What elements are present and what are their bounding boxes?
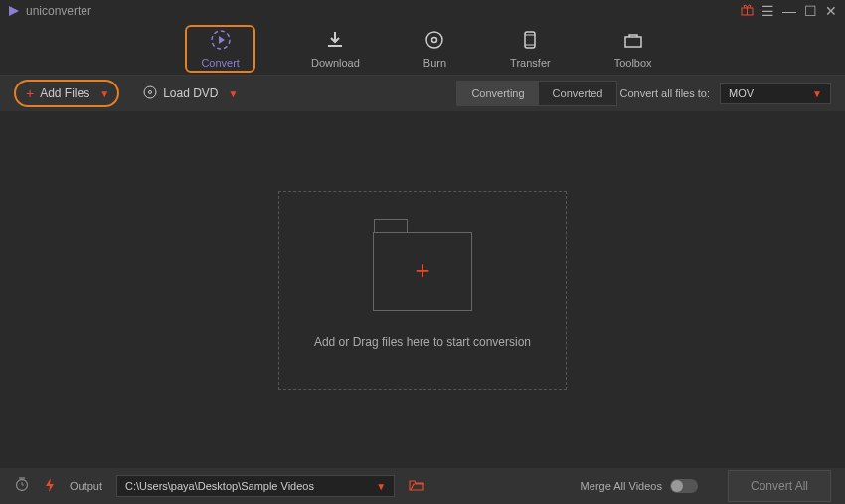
tab-label: Convert — [201, 57, 240, 69]
main-area: + Add or Drag files here to start conver… — [0, 111, 845, 468]
menu-icon[interactable]: ☰ — [761, 3, 774, 19]
burn-icon — [423, 29, 445, 51]
titlebar-controls: ☰ ― ☐ ✕ — [741, 3, 837, 19]
tab-label: Transfer — [510, 57, 551, 69]
load-dvd-label: Load DVD — [163, 86, 218, 100]
toolbox-icon — [622, 29, 644, 51]
clock-icon[interactable] — [14, 476, 30, 496]
tab-label: Burn — [423, 57, 446, 69]
app-logo-icon — [8, 5, 20, 17]
disc-icon — [143, 85, 157, 102]
load-dvd-button[interactable]: Load DVD ▼ — [143, 85, 238, 102]
svg-marker-4 — [219, 36, 225, 44]
merge-toggle[interactable] — [670, 479, 698, 493]
segment-converting[interactable]: Converting — [457, 82, 538, 105]
chevron-down-icon: ▼ — [99, 88, 109, 99]
svg-point-5 — [426, 32, 442, 48]
svg-rect-10 — [625, 37, 641, 47]
svg-marker-17 — [46, 478, 54, 492]
gift-icon[interactable] — [741, 3, 754, 19]
conversion-segments: Converting Converted — [456, 81, 617, 106]
add-files-button[interactable]: + Add Files ▼ — [14, 80, 119, 107]
folder-icon: + — [373, 232, 472, 311]
open-folder-icon[interactable] — [409, 478, 424, 495]
bottombar: Output C:\Users\paya\Desktop\Sample Vide… — [0, 468, 845, 504]
titlebar-left: uniconverter — [8, 4, 91, 18]
drop-text: Add or Drag files here to start conversi… — [314, 335, 531, 349]
svg-point-12 — [149, 90, 152, 93]
drop-zone[interactable]: + Add or Drag files here to start conver… — [278, 191, 567, 390]
app-title: uniconverter — [26, 4, 91, 18]
chevron-down-icon: ▼ — [812, 88, 822, 99]
tab-burn[interactable]: Burn — [416, 25, 454, 73]
plus-icon: + — [26, 85, 34, 101]
maximize-button[interactable]: ☐ — [804, 3, 817, 19]
tab-label: Toolbox — [614, 57, 652, 69]
output-label: Output — [70, 480, 102, 492]
output-path-select[interactable]: C:\Users\paya\Desktop\Sample Videos ▼ — [116, 475, 395, 497]
format-value: MOV — [729, 87, 754, 99]
tab-toolbox[interactable]: Toolbox — [606, 25, 660, 73]
toolbar: + Add Files ▼ Load DVD ▼ Converting Conv… — [0, 76, 845, 111]
nav-tabs: Convert Download Burn Transfer Toolbox — [0, 22, 845, 76]
add-files-label: Add Files — [40, 86, 89, 100]
chevron-down-icon: ▼ — [229, 88, 239, 99]
merge-videos: Merge All Videos — [581, 479, 698, 493]
convert-all-button[interactable]: Convert All — [728, 470, 831, 502]
tab-convert[interactable]: Convert — [185, 25, 255, 73]
bolt-icon[interactable] — [44, 477, 56, 496]
titlebar: uniconverter ☰ ― ☐ ✕ — [0, 0, 845, 22]
minimize-button[interactable]: ― — [782, 3, 796, 19]
segment-converted[interactable]: Converted — [539, 82, 617, 105]
svg-point-11 — [144, 86, 156, 98]
merge-label: Merge All Videos — [581, 480, 662, 492]
chevron-down-icon: ▼ — [376, 481, 386, 492]
svg-rect-7 — [525, 32, 535, 48]
close-button[interactable]: ✕ — [825, 3, 837, 19]
svg-point-6 — [432, 37, 437, 42]
tab-download[interactable]: Download — [303, 25, 368, 73]
convert-icon — [210, 29, 232, 51]
output-path-value: C:\Users\paya\Desktop\Sample Videos — [125, 480, 314, 492]
svg-marker-0 — [9, 6, 19, 16]
format-select[interactable]: MOV ▼ — [720, 83, 831, 104]
tab-transfer[interactable]: Transfer — [502, 25, 559, 73]
convert-all-format: Convert all files to: MOV ▼ — [620, 83, 831, 104]
plus-icon: + — [415, 255, 429, 286]
convert-all-label: Convert all files to: — [620, 87, 710, 99]
tab-label: Download — [311, 57, 360, 69]
download-icon — [324, 29, 346, 51]
transfer-icon — [519, 29, 541, 51]
